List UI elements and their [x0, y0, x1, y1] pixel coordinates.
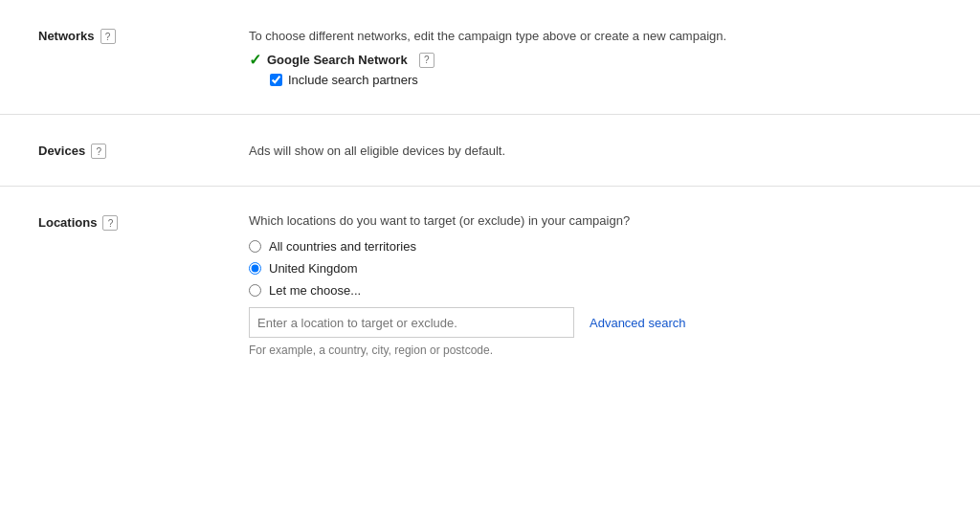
radio-all-countries: All countries and territories: [249, 239, 942, 254]
networks-help-icon[interactable]: ?: [100, 29, 116, 44]
locations-help-icon[interactable]: ?: [102, 215, 118, 231]
locations-question: Which locations do you want to target (o…: [249, 213, 942, 228]
include-partners-label: Include search partners: [288, 73, 418, 87]
include-partners-row: Include search partners: [270, 73, 942, 87]
devices-label: Devices: [38, 144, 85, 158]
radio-let-me-choose-input[interactable]: [249, 284, 261, 297]
google-search-network-item: ✓ Google Search Network ?: [249, 51, 942, 69]
devices-content: Ads will show on all eligible devices by…: [249, 142, 942, 159]
radio-let-me-choose-label: Let me choose...: [269, 283, 361, 298]
locations-radio-group: All countries and territories United Kin…: [249, 239, 942, 298]
radio-united-kingdom-input[interactable]: [249, 262, 261, 275]
location-input-row: Advanced search: [249, 307, 942, 338]
locations-content: Which locations do you want to target (o…: [249, 213, 942, 357]
location-search-input[interactable]: [249, 307, 574, 338]
networks-description: To choose different networks, edit the c…: [249, 27, 942, 43]
radio-united-kingdom-label: United Kingdom: [269, 261, 358, 276]
devices-section: Devices ? Ads will show on all eligible …: [0, 115, 980, 187]
include-partners-checkbox[interactable]: [270, 74, 282, 86]
locations-section: Locations ? Which locations do you want …: [0, 187, 980, 384]
radio-all-countries-label: All countries and territories: [269, 239, 416, 254]
devices-description: Ads will show on all eligible devices by…: [249, 142, 942, 158]
checkmark-icon: ✓: [249, 51, 261, 69]
radio-united-kingdom: United Kingdom: [249, 261, 942, 276]
radio-all-countries-input[interactable]: [249, 240, 261, 253]
google-search-network-label: Google Search Network: [267, 53, 408, 67]
networks-section: Networks ? To choose different networks,…: [0, 0, 980, 115]
google-search-help-icon[interactable]: ?: [419, 53, 434, 68]
devices-help-icon[interactable]: ?: [91, 144, 106, 159]
location-hint: For example, a country, city, region or …: [249, 344, 942, 357]
networks-content: To choose different networks, edit the c…: [249, 27, 942, 87]
networks-label: Networks: [38, 29, 95, 43]
advanced-search-link[interactable]: Advanced search: [590, 316, 685, 330]
radio-let-me-choose: Let me choose...: [249, 283, 942, 298]
locations-label: Locations: [38, 215, 97, 230]
